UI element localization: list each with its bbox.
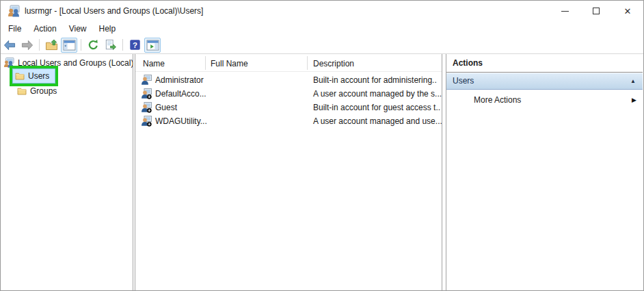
more-actions-label: More Actions: [474, 95, 521, 105]
user-row-administrator[interactable]: Administrator Built-in account for admin…: [135, 73, 442, 87]
minimize-icon: [561, 11, 569, 12]
list-column-header: Name Full Name Description: [135, 54, 442, 72]
column-resize-handle[interactable]: [307, 56, 308, 70]
toolbar-separator: [122, 39, 123, 51]
app-window: lusrmgr - [Local Users and Groups (Local…: [0, 0, 644, 291]
tree-item-users[interactable]: Users: [12, 68, 55, 84]
submenu-arrow-icon: ▶: [632, 92, 636, 107]
user-icon: [141, 75, 152, 86]
column-header-full-name[interactable]: Full Name: [211, 59, 248, 68]
actions-group-label: Users: [453, 76, 474, 86]
user-list-pane: Name Full Name Description Administrator…: [135, 54, 442, 290]
user-name: WDAGUtility...: [155, 116, 207, 126]
user-description: Built-in account for administering..: [313, 75, 437, 85]
menu-help[interactable]: Help: [93, 22, 122, 36]
up-folder-icon: [45, 39, 58, 51]
actions-pane-title: Actions: [446, 54, 643, 73]
user-disabled-icon: [141, 116, 152, 127]
forward-icon: [21, 40, 33, 51]
title-bar: lusrmgr - [Local Users and Groups (Local…: [1, 1, 643, 21]
menu-bar: File Action View Help: [1, 21, 643, 36]
tree-item-users-label: Users: [28, 71, 49, 81]
action-pane-icon: [146, 40, 159, 51]
back-icon: [3, 40, 16, 51]
tree-item-groups[interactable]: Groups: [17, 86, 57, 96]
folder-icon: [17, 87, 27, 95]
menu-action[interactable]: Action: [27, 22, 62, 36]
column-resize-handle[interactable]: [205, 56, 206, 70]
toolbar-separator: [39, 39, 40, 51]
show-console-tree-button[interactable]: [61, 38, 77, 53]
forward-button[interactable]: [19, 38, 36, 53]
minimize-button[interactable]: [549, 1, 580, 21]
toolbar: ?: [1, 36, 643, 53]
menu-file[interactable]: File: [2, 22, 27, 36]
user-row-guest[interactable]: Guest Built-in account for guest access …: [135, 101, 442, 114]
lusrmgr-app-icon: [8, 5, 20, 17]
pane-divider[interactable]: [442, 54, 442, 290]
window-controls: ✕: [549, 1, 643, 21]
console-tree-pane: Local Users and Groups (Local) Users Gro…: [1, 54, 133, 290]
user-disabled-icon: [141, 102, 152, 113]
up-one-level-button[interactable]: [43, 38, 59, 53]
close-button[interactable]: ✕: [612, 1, 643, 21]
maximize-icon: [593, 8, 600, 14]
svg-text:?: ?: [132, 41, 137, 49]
column-header-name[interactable]: Name: [143, 59, 165, 68]
export-list-icon: [105, 39, 117, 51]
maximize-button[interactable]: [580, 1, 612, 21]
column-header-description[interactable]: Description: [313, 59, 354, 68]
folder-icon: [15, 72, 25, 80]
user-description: A user account managed by the s...: [313, 89, 442, 99]
user-disabled-icon: [141, 88, 152, 99]
toolbar-separator: [81, 39, 81, 51]
user-description: Built-in account for guest access t..: [313, 103, 440, 112]
collapse-chevron-icon[interactable]: ▲: [630, 73, 636, 89]
user-row-wdagutility[interactable]: WDAGUtility... A user account managed an…: [135, 114, 442, 128]
actions-group-users[interactable]: Users ▲: [446, 73, 643, 90]
user-name: Administrator: [155, 75, 204, 85]
user-name: DefaultAcco...: [155, 89, 206, 99]
export-list-button[interactable]: [103, 38, 119, 53]
help-icon: ?: [129, 39, 141, 51]
user-description: A user account managed and use...: [313, 116, 442, 126]
more-actions-item[interactable]: More Actions ▶: [446, 92, 643, 107]
console-tree-icon: [63, 40, 76, 51]
menu-view[interactable]: View: [63, 22, 93, 36]
actions-pane: Actions Users ▲ More Actions ▶: [446, 54, 643, 290]
window-title: lusrmgr - [Local Users and Groups (Local…: [25, 6, 203, 16]
refresh-icon: [88, 39, 99, 51]
highlight-annotation: Users: [10, 66, 58, 86]
user-row-defaultaccount[interactable]: DefaultAcco... A user account managed by…: [135, 87, 442, 101]
help-button[interactable]: ?: [126, 38, 143, 53]
refresh-button[interactable]: [85, 38, 101, 53]
close-icon: ✕: [624, 7, 632, 16]
pane-divider[interactable]: [133, 54, 133, 290]
show-action-pane-button[interactable]: [144, 38, 161, 53]
back-button[interactable]: [1, 38, 18, 53]
user-name: Guest: [155, 103, 177, 112]
tree-item-groups-label: Groups: [30, 86, 57, 96]
